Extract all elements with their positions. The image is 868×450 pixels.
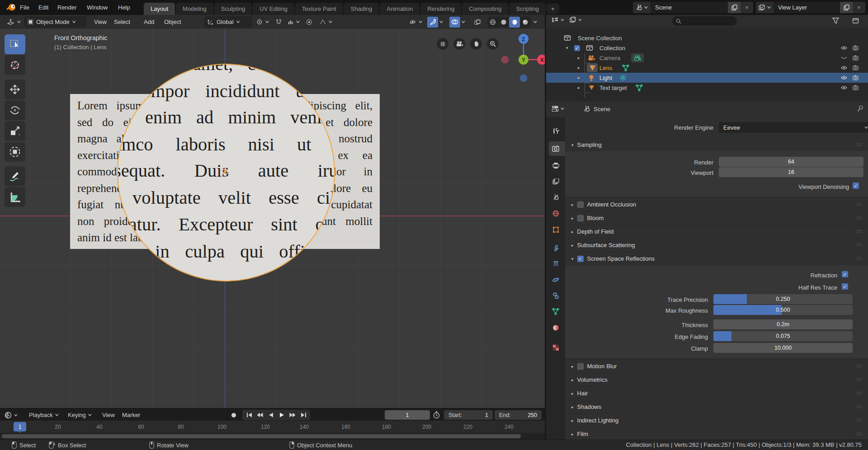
panel-depth-of-field[interactable]: ▸ Depth of Field ∷∷	[565, 225, 868, 238]
tab-scripting[interactable]: Scripting	[509, 3, 546, 15]
axis-minus-x-ball[interactable]	[501, 56, 509, 64]
remove-view-layer-button[interactable]: ×	[853, 2, 865, 13]
tab-physics[interactable]	[551, 275, 561, 285]
tab-uv-editing[interactable]: UV Editing	[253, 3, 294, 15]
unlink-scene-button[interactable]: ×	[741, 2, 753, 13]
blender-logo-icon[interactable]	[6, 3, 16, 12]
panel-grip-icon[interactable]: ∷∷	[856, 215, 862, 221]
outliner-search-input[interactable]	[672, 16, 737, 26]
panel-shadows[interactable]: ▸ Shadows ∷∷	[565, 400, 868, 413]
trace-precision-slider[interactable]: 0.250	[713, 294, 853, 304]
panel-subsurface-scattering[interactable]: ▸ Subsurface Scattering ∷∷	[565, 238, 868, 252]
tool-transform[interactable]	[5, 142, 25, 162]
tab-object-data[interactable]	[551, 306, 561, 316]
refraction-checkbox[interactable]: ✓	[842, 271, 848, 277]
disable-render-icon[interactable]	[853, 45, 859, 51]
panel-indirect-lighting[interactable]: ▸ Indirect Lighting ∷∷	[565, 413, 868, 427]
view-layer-browse-button[interactable]	[756, 2, 774, 13]
hide-eye-icon[interactable]	[841, 75, 847, 80]
frame-end-field[interactable]: End: 250	[495, 410, 542, 420]
edge-fading-slider[interactable]: 0.075	[713, 331, 853, 341]
hidden-eye-closed-icon[interactable]	[841, 56, 847, 60]
view-layer-name-field[interactable]: View Layer	[774, 2, 840, 13]
panel-volumetrics[interactable]: ▸ Volumetrics ∷∷	[565, 373, 868, 386]
row-camera[interactable]: ▸ Camera	[546, 53, 868, 63]
tab-output[interactable]	[551, 160, 561, 170]
panel-bloom[interactable]: ▸ Bloom ∷∷	[565, 211, 868, 225]
show-overlays-toggle[interactable]	[448, 16, 465, 28]
timeline-menu-playback[interactable]: Playback	[29, 412, 59, 418]
half-res-trace-checkbox[interactable]: ✓	[842, 283, 848, 290]
snap-toggle-button[interactable]	[273, 17, 284, 28]
menu-file[interactable]: File	[20, 4, 29, 11]
tab-view-layer[interactable]	[551, 177, 561, 187]
show-object-types-dropdown[interactable]	[406, 16, 425, 28]
tool-select-box[interactable]	[5, 34, 25, 54]
viewport-3d[interactable]: Lorem ipsum dolor sit amet, consectetur …	[0, 29, 545, 409]
ssr-checkbox[interactable]: ✓	[577, 256, 584, 262]
tool-scale[interactable]	[5, 121, 25, 141]
viewport-denoising-checkbox[interactable]: ✓	[853, 183, 859, 189]
tool-cursor[interactable]	[5, 55, 25, 75]
show-gizmo-toggle[interactable]	[426, 16, 443, 28]
transform-orientation-dropdown[interactable]: Global	[204, 16, 252, 28]
panel-grip-icon[interactable]: ∷∷	[856, 363, 862, 369]
tab-object[interactable]	[551, 225, 561, 234]
hide-eye-icon[interactable]	[841, 66, 847, 70]
menu-render[interactable]: Render	[57, 4, 77, 11]
panel-screen-space-reflections[interactable]: ▾ ✓ Screen Space Reflections ∷∷	[565, 252, 868, 265]
disclosure-closed-icon[interactable]: ▸	[578, 75, 580, 80]
navigation-gizmo[interactable]: Z Y X	[495, 31, 545, 83]
tab-world[interactable]	[551, 208, 561, 218]
disclosure-closed-icon[interactable]: ▸	[578, 85, 580, 90]
tab-sculpting[interactable]: Sculpting	[214, 3, 252, 15]
hide-eye-icon[interactable]	[841, 46, 847, 50]
shading-solid-button[interactable]	[498, 17, 509, 28]
row-scene-collection[interactable]: Scene Collection	[546, 33, 868, 43]
row-light[interactable]: ▸ Light	[546, 73, 868, 83]
properties-editor-type-button[interactable]	[552, 105, 564, 112]
viewport-menu-add[interactable]: Add	[144, 19, 154, 25]
panel-grip-icon[interactable]: ∷∷	[856, 417, 862, 423]
disable-render-icon[interactable]	[853, 65, 859, 70]
clamp-field[interactable]: 10.000	[713, 343, 853, 353]
timeline-scrollbar[interactable]	[2, 434, 521, 438]
panel-grip-icon[interactable]: ∷∷	[856, 256, 862, 262]
tab-particles[interactable]	[551, 259, 561, 269]
tool-move[interactable]	[5, 80, 25, 99]
panel-grip-icon[interactable]: ∷∷	[856, 431, 862, 437]
tab-render[interactable]	[551, 144, 561, 154]
menu-window[interactable]: Window	[87, 4, 108, 11]
shading-material-button[interactable]	[509, 17, 520, 28]
add-workspace-button[interactable]: +	[547, 4, 559, 14]
camera-view-button[interactable]	[453, 38, 465, 50]
frame-start-field[interactable]: Start: 1	[444, 410, 493, 420]
jump-to-end-button[interactable]	[298, 411, 308, 419]
viewport-menu-object[interactable]: Object	[164, 19, 181, 25]
editor-type-button[interactable]	[4, 16, 24, 28]
disable-render-icon[interactable]	[853, 75, 859, 80]
viewport-menu-select[interactable]: Select	[114, 19, 130, 25]
disclosure-open-icon[interactable]: ▾	[566, 46, 568, 50]
viewport-menu-view[interactable]: View	[94, 19, 107, 25]
outliner-display-mode-button[interactable]	[570, 17, 582, 23]
viewport-samples-field[interactable]: 16	[719, 167, 863, 177]
timeline-menu-keying[interactable]: Keying	[68, 412, 92, 418]
tab-material[interactable]	[551, 323, 561, 333]
next-keyframe-button[interactable]	[288, 411, 297, 419]
timeline-editor-type-button[interactable]	[5, 412, 18, 419]
proportional-editing-button[interactable]	[304, 17, 315, 28]
panel-grip-icon[interactable]: ∷∷	[856, 229, 862, 234]
current-frame-indicator[interactable]: 1	[14, 422, 26, 431]
ambient-occlusion-checkbox[interactable]	[577, 202, 584, 208]
row-lens[interactable]: ▸ Lens	[546, 63, 868, 73]
bloom-checkbox[interactable]	[577, 215, 584, 221]
outliner-new-collection-button[interactable]	[852, 18, 859, 26]
tab-modifiers[interactable]	[551, 243, 561, 253]
panel-grip-icon[interactable]: ∷∷	[856, 377, 862, 383]
timeline-menu-view[interactable]: View	[102, 412, 115, 418]
xray-toggle-button[interactable]	[472, 17, 483, 28]
tab-constraints[interactable]	[551, 291, 561, 300]
tab-compositing[interactable]: Compositing	[462, 3, 508, 15]
hide-eye-icon[interactable]	[841, 85, 847, 90]
